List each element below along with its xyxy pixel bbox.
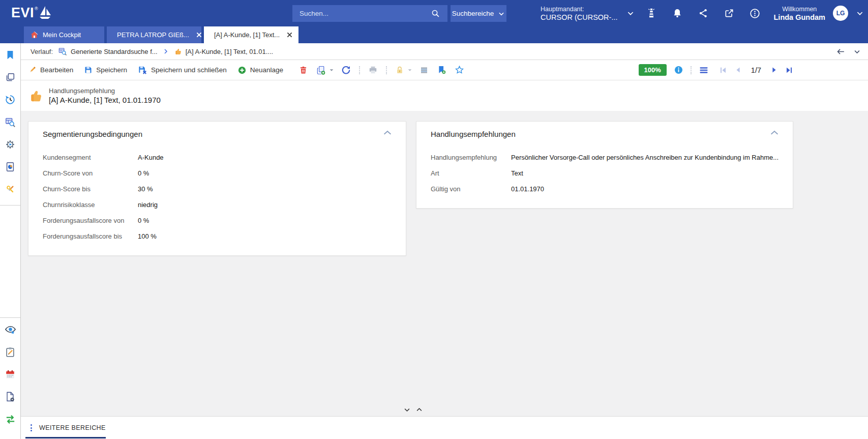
copy-dropdown-caret-icon[interactable]: [329, 68, 334, 73]
tab-petra-latrop[interactable]: PETRA LATROP GIEß...: [107, 26, 201, 43]
field-label: Forderungsausfallscore bis: [43, 232, 138, 240]
save-close-icon: [138, 65, 147, 75]
field-row: Gültig von 01.01.1970: [431, 181, 779, 197]
user-name: Linda Gundam: [774, 13, 826, 21]
menu-hamburger-icon[interactable]: [699, 65, 709, 75]
avatar-initials: LG: [836, 10, 845, 17]
logo-text: EVI: [11, 5, 34, 21]
pages-copy-icon[interactable]: [4, 71, 17, 84]
previous-page-icon[interactable]: [734, 66, 742, 74]
field-row: Churnrisikoklasse niedrig: [43, 197, 392, 213]
field-value: 0 %: [138, 217, 149, 224]
share-icon[interactable]: [694, 4, 712, 22]
chevron-down-icon[interactable]: [626, 9, 635, 17]
bookmark-icon[interactable]: [4, 48, 17, 62]
last-page-icon[interactable]: [785, 66, 793, 74]
scroll-up-chevron-icon[interactable]: [415, 406, 423, 414]
table-rows-icon[interactable]: [420, 66, 429, 75]
field-label: Art: [431, 169, 511, 177]
copy-add-icon[interactable]: [316, 65, 326, 75]
toolbar-divider: [359, 66, 360, 74]
panel-scroll-controls: [403, 406, 423, 414]
main-client-label: Hauptmandant:: [541, 5, 617, 13]
field-label: Churn-Score bis: [43, 185, 138, 193]
panel-title: Handlungsempfehlungen: [431, 130, 779, 138]
process-gear-icon[interactable]: [4, 138, 17, 151]
field-value: 0 %: [138, 169, 149, 177]
next-page-icon[interactable]: [770, 66, 778, 74]
record-toolbar: Bearbeiten Speichern Speichern und schli…: [21, 60, 868, 80]
field-row: Churn-Score von 0 %: [43, 165, 392, 181]
watch-favorite-eye-icon[interactable]: [4, 323, 17, 336]
breadcrumb-item-search[interactable]: Generierte Standardsuche f...: [58, 47, 158, 56]
search-scope-button[interactable]: Suchbereiche: [451, 5, 506, 22]
lock-icon[interactable]: [395, 66, 404, 75]
document-settings-icon[interactable]: [4, 390, 17, 403]
saved-search-icon[interactable]: [4, 115, 17, 129]
lighthouse-icon[interactable]: [642, 4, 661, 22]
search-icon[interactable]: [431, 9, 440, 18]
chevron-down-icon: [498, 10, 505, 17]
field-label: Kundensegment: [43, 154, 138, 161]
field-label: Gültig von: [431, 185, 511, 193]
print-icon[interactable]: [368, 65, 378, 75]
history-clock-icon[interactable]: [4, 93, 17, 106]
field-label: Churn-Score von: [43, 169, 138, 177]
more-areas-label[interactable]: WEITERE BEREICHE: [39, 424, 106, 431]
close-icon[interactable]: [287, 32, 292, 38]
notifications-bell-icon[interactable]: [668, 4, 686, 22]
first-page-icon[interactable]: [719, 66, 727, 74]
page-indicator: 1/7: [751, 66, 761, 74]
home-icon: [30, 31, 39, 39]
new-record-button[interactable]: Neuanlage: [237, 66, 283, 75]
save-label: Speichern: [96, 66, 127, 74]
record-title: [A] A-Kunde, [1] Text, 01.01.1970: [49, 96, 161, 105]
refresh-icon[interactable]: [341, 65, 351, 75]
toolbar-divider: [386, 66, 387, 74]
close-icon[interactable]: [196, 32, 202, 38]
panel-segmentierungsbedingungen: Segmentierungsbedingungen Kundensegment …: [28, 121, 406, 256]
breadcrumb-chevron-icon: [163, 48, 169, 54]
bookmark-add-icon[interactable]: [437, 65, 446, 75]
panel-handlungsempfehlungen: Handlungsempfehlungen Handlungsempfehlun…: [416, 121, 793, 209]
tab-label: [A] A-Kunde, [1] Text...: [214, 31, 280, 39]
logo-registered-mark: ®: [35, 6, 38, 11]
field-value: A-Kunde: [138, 154, 164, 161]
chevron-down-icon[interactable]: [853, 48, 861, 55]
welcome-label: Willkommen: [774, 5, 826, 13]
back-arrow-icon[interactable]: [836, 47, 845, 56]
collapse-chevron-icon[interactable]: [770, 130, 779, 135]
report-chart-icon[interactable]: [4, 160, 17, 173]
pencil-icon: [28, 66, 37, 74]
tools-icon[interactable]: [4, 183, 17, 196]
collapse-chevron-icon[interactable]: [383, 130, 392, 135]
sailboat-icon: [39, 5, 52, 20]
scroll-down-chevron-icon[interactable]: [403, 406, 411, 414]
more-options-icon[interactable]: [746, 4, 764, 22]
app-logo: EVI ®: [11, 5, 52, 21]
tab-a-kunde-active[interactable]: [A] A-Kunde, [1] Text...: [204, 26, 298, 43]
field-label: Churnrisikoklasse: [43, 201, 138, 209]
edit-button[interactable]: Bearbeiten: [28, 66, 73, 74]
avatar[interactable]: LG: [833, 6, 848, 21]
delete-trash-icon[interactable]: [299, 66, 308, 75]
bottom-bar: WEITERE BEREICHE: [21, 416, 868, 439]
field-value: 30 %: [138, 185, 153, 193]
main-client-selector[interactable]: Hauptmandant: CURSOR (CURSOR-...: [541, 5, 617, 21]
breadcrumb-item-record[interactable]: [A] A-Kunde, [1] Text, 01.01....: [174, 47, 273, 55]
clipboard-edit-icon[interactable]: [4, 345, 17, 359]
chevron-down-icon[interactable]: [856, 9, 864, 17]
save-button[interactable]: Speichern: [84, 66, 127, 74]
favorite-star-icon[interactable]: [455, 65, 464, 75]
info-icon[interactable]: [674, 65, 683, 75]
save-and-close-button[interactable]: Speichern und schließen: [138, 65, 227, 75]
calendar-icon[interactable]: [4, 368, 17, 381]
breadcrumb-item-label: Generierte Standardsuche f...: [71, 48, 158, 55]
swap-sync-icon[interactable]: [4, 413, 17, 426]
more-areas-menu-icon[interactable]: [31, 424, 32, 431]
open-external-icon[interactable]: [720, 4, 738, 22]
tab-mein-cockpit[interactable]: Mein Cockpit: [24, 26, 104, 43]
search-input[interactable]: [292, 5, 447, 22]
field-row: Art Text: [431, 165, 779, 181]
lock-dropdown-caret-icon[interactable]: [407, 68, 412, 73]
